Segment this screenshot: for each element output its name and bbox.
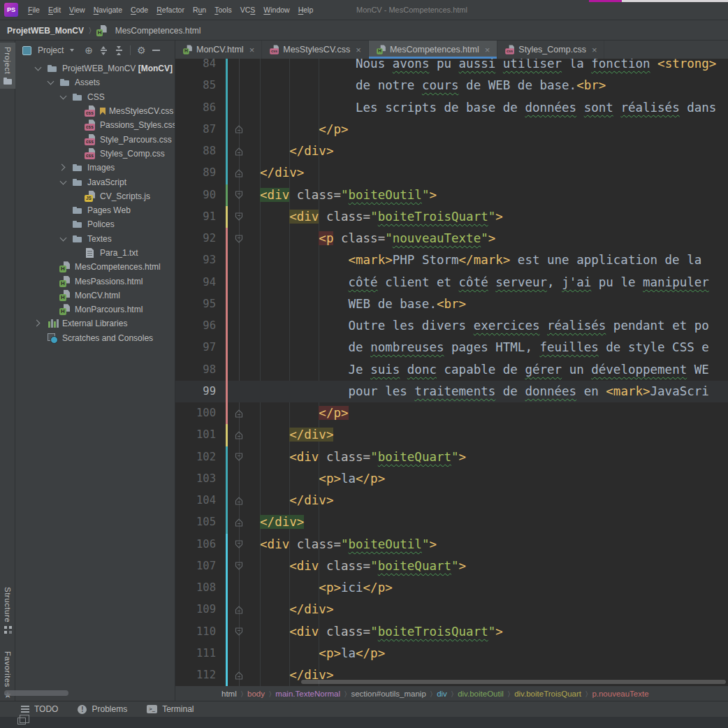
tree-item-assets[interactable]: Assets — [15, 75, 175, 89]
tag-breadcrumb-item[interactable]: div — [437, 690, 447, 698]
tree-collapsed-chevron-icon[interactable] — [60, 165, 66, 170]
tag-breadcrumb-item[interactable]: body — [247, 690, 265, 698]
editor-tab-styles_comp.css[interactable]: cssStyles_Comp.css × — [497, 41, 604, 59]
code-line-105[interactable]: 105 </div> — [175, 511, 728, 533]
code-line-109[interactable]: 109 </div> — [175, 599, 728, 620]
code-line-91[interactable]: 91 <div class="boiteTroisQuart"> — [175, 206, 728, 228]
code-line-95[interactable]: 95 WEB de base.<br> — [175, 293, 728, 315]
tree-item-css[interactable]: CSS — [15, 90, 175, 104]
code-line-111[interactable]: 111 <p>la</p> — [175, 643, 728, 664]
fold-marker-icon[interactable] — [234, 452, 244, 462]
hide-panel-icon[interactable] — [152, 50, 160, 51]
tree-item-images[interactable]: Images — [15, 161, 175, 175]
tree-collapsed-chevron-icon[interactable] — [35, 321, 41, 326]
menu-vcs[interactable]: VCS — [236, 6, 260, 14]
code-line-89[interactable]: 89 </div> — [175, 162, 728, 184]
code-line-86[interactable]: 86 Les scripts de base de données sont r… — [175, 97, 728, 119]
fold-marker-icon[interactable] — [234, 168, 244, 178]
code-line-93[interactable]: 93 <mark>PHP Storm</mark> est une applic… — [175, 249, 728, 271]
code-line-84[interactable]: 84 Nous avons pu aussi utiliser la fonct… — [175, 59, 728, 75]
close-icon[interactable]: × — [485, 45, 490, 54]
fold-marker-icon[interactable] — [234, 605, 244, 615]
tree-item-javascript[interactable]: JavaScript — [15, 175, 175, 189]
fold-marker-icon[interactable] — [234, 518, 244, 527]
expand-all-icon[interactable] — [99, 46, 108, 55]
code-line-97[interactable]: 97 de nombreuses pages HTML, feuilles de… — [175, 337, 728, 358]
code-line-101[interactable]: 101 </div> — [175, 424, 728, 446]
code-line-103[interactable]: 103 <p>la</p> — [175, 468, 728, 490]
close-icon[interactable]: × — [356, 45, 361, 54]
tree-item-styles-comp-css[interactable]: cssStyles_Comp.css — [15, 147, 175, 161]
code-line-104[interactable]: 104 </div> — [175, 490, 728, 511]
stripe-button-project[interactable]: Project — [0, 43, 15, 89]
tree-item-projetweb-moncv[interactable]: ProjetWEB_MonCV [MonCV] D:\La — [15, 61, 175, 75]
fold-marker-icon[interactable] — [234, 124, 244, 134]
menu-edit[interactable]: Edit — [44, 6, 65, 14]
project-view-icon[interactable] — [22, 46, 31, 55]
code-line-100[interactable]: 100 </p> — [175, 402, 728, 424]
menu-run[interactable]: Run — [189, 6, 210, 14]
tree-expanded-chevron-icon[interactable] — [60, 180, 66, 185]
tree-item-scratches-and-consoles[interactable]: Scratches and Consoles — [15, 331, 175, 345]
tag-breadcrumb-item[interactable]: div.boiteTroisQuart — [514, 690, 581, 698]
tree-expanded-chevron-icon[interactable] — [60, 94, 66, 100]
menu-view[interactable]: View — [65, 6, 89, 14]
code-line-98[interactable]: 98 Je suis donc capable de gérer un déve… — [175, 359, 728, 381]
tree-item-passions-styles-css[interactable]: cssPassions_Styles.css — [15, 118, 175, 132]
menu-file[interactable]: File — [24, 6, 44, 14]
editor-tab-mescompetences.html[interactable]: HMesCompetences.html × — [369, 41, 497, 59]
tree-item-para-1-txt[interactable]: Para_1.txt — [15, 246, 175, 260]
tree-item-messtylescv-css[interactable]: cssMesStylesCV.css — [15, 104, 175, 118]
fold-marker-icon[interactable] — [234, 409, 244, 418]
code-line-88[interactable]: 88 </div> — [175, 140, 728, 162]
statusbar-todo[interactable]: TODO — [21, 704, 58, 714]
fold-marker-icon[interactable] — [234, 539, 244, 549]
tree-item-textes[interactable]: Textes — [15, 232, 175, 246]
stripe-button-structure[interactable]: Structure — [0, 583, 15, 638]
menu-navigate[interactable]: Navigate — [89, 6, 126, 14]
code-line-85[interactable]: 85 de notre cours de WEB de base.<br> — [175, 75, 728, 96]
tree-expanded-chevron-icon[interactable] — [60, 236, 66, 242]
fold-marker-icon[interactable] — [234, 147, 244, 156]
code-line-106[interactable]: 106 <div class="boiteOutil"> — [175, 534, 728, 555]
close-icon[interactable]: × — [592, 45, 597, 54]
code-line-99[interactable]: 99 pour les traitements de données en <m… — [175, 381, 728, 402]
menu-refactor[interactable]: Refactor — [152, 6, 189, 14]
fold-marker-icon[interactable] — [234, 671, 244, 680]
tree-item-polices[interactable]: Polices — [15, 217, 175, 231]
code-line-107[interactable]: 107 <div class="boiteQuart"> — [175, 555, 728, 577]
close-icon[interactable]: × — [249, 45, 255, 54]
tag-breadcrumb-item[interactable]: section#outils_manip — [351, 690, 425, 698]
breadcrumb-file[interactable]: MesCompetences.html — [115, 26, 201, 36]
tree-item-mespassions-html[interactable]: HMesPassions.html — [15, 274, 175, 288]
editor-tab-messtylescv.css[interactable]: cssMesStylesCV.css × — [262, 41, 369, 59]
editor-hscrollbar[interactable] — [301, 680, 726, 684]
tree-item-style-parcours-css[interactable]: cssStyle_Parcours.css — [15, 132, 175, 146]
fold-marker-icon[interactable] — [234, 627, 244, 636]
code-line-90[interactable]: 90 <div class="boiteOutil"> — [175, 184, 728, 206]
fold-marker-icon[interactable] — [234, 430, 244, 440]
code-line-102[interactable]: 102 <div class="boiteQuart"> — [175, 446, 728, 468]
tree-item-moncv-html[interactable]: HMonCV.html — [15, 289, 175, 303]
tree-item-monparcours-html[interactable]: HMonParcours.html — [15, 303, 175, 316]
tree-expanded-chevron-icon[interactable] — [48, 80, 53, 85]
tag-breadcrumb-item[interactable]: main.TexteNormal — [275, 690, 340, 698]
menu-window[interactable]: Window — [259, 6, 293, 14]
chevron-down-icon[interactable] — [70, 49, 74, 52]
tag-breadcrumb-item[interactable]: p.nouveauTexte — [592, 690, 648, 698]
collapse-all-icon[interactable] — [115, 46, 124, 55]
editor-tab-moncv.html[interactable]: HMonCV.html × — [175, 41, 262, 59]
code-editor[interactable]: 84 Nous avons pu aussi utiliser la fonct… — [175, 59, 728, 686]
tree-item-external-libraries[interactable]: External Libraries — [15, 316, 175, 330]
code-line-94[interactable]: 94 côté client et côté serveur, j'ai pu … — [175, 272, 728, 293]
fold-marker-icon[interactable] — [234, 561, 244, 571]
gear-icon[interactable]: ⚙ — [137, 45, 146, 55]
fold-marker-icon[interactable] — [234, 190, 244, 200]
code-line-110[interactable]: 110 <div class="boiteTroisQuart"> — [175, 621, 728, 643]
tree-expanded-chevron-icon[interactable] — [35, 66, 41, 71]
breadcrumb-project[interactable]: ProjetWEB_MonCV — [7, 26, 84, 36]
statusbar-problems[interactable]: !Problems — [78, 704, 127, 714]
fold-marker-icon[interactable] — [234, 212, 244, 221]
project-panel-hscrollbar[interactable] — [4, 690, 68, 696]
tree-item-mescompetences-html[interactable]: HMesCompetences.html — [15, 260, 175, 274]
